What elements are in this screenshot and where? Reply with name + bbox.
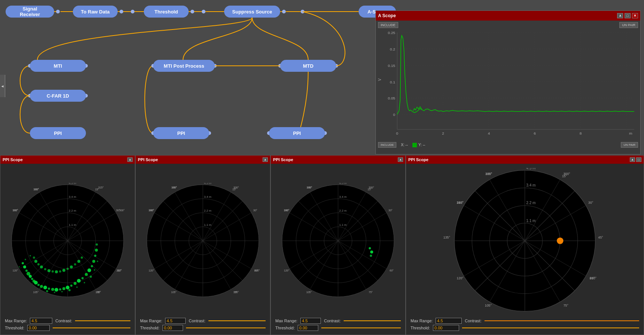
- svg-point-108: [74, 282, 77, 285]
- ppi-scope-panel-1: PPI Scope ∧: [0, 155, 135, 335]
- svg-text:4.5 m: 4.5 m: [339, 183, 347, 185]
- ppi-scope-4-radar: 1.1 m 2.2 m 3.4 m 4.5 m 0° 15° 30° 45° 6…: [408, 165, 642, 316]
- svg-point-101: [48, 288, 50, 290]
- a-scope-x-coord: X: --: [401, 143, 408, 147]
- svg-text:30°: 30°: [588, 201, 593, 205]
- ppi-scope-2-threshold-input[interactable]: [162, 325, 183, 331]
- node-ppi-1[interactable]: PPI: [30, 127, 86, 139]
- ppi-scope-3-threshold-input[interactable]: [298, 325, 318, 331]
- svg-point-132: [81, 256, 83, 259]
- ppi-scope-panel-2: PPI Scope ∧ 1.1 m 2.2 m 3: [135, 155, 270, 335]
- node-mtd[interactable]: MTD: [280, 60, 336, 72]
- svg-text:210°: 210°: [590, 276, 597, 280]
- svg-text:210°: 210°: [117, 269, 122, 272]
- svg-text:30°: 30°: [253, 209, 257, 212]
- svg-point-109: [77, 279, 81, 283]
- ppi-scope-3-threshold-label: Threshold:: [275, 326, 295, 330]
- svg-text:0: 0: [396, 131, 398, 135]
- svg-point-16: [301, 10, 304, 13]
- svg-text:60°: 60°: [390, 269, 394, 272]
- ppi-scope-4-range-input[interactable]: [436, 318, 462, 324]
- svg-point-11: [202, 10, 205, 13]
- ppi-scope-1-contrast-slider[interactable]: [75, 320, 130, 321]
- node-mti[interactable]: MTI: [30, 60, 86, 72]
- a-scope-footer-right-btn[interactable]: UN PAIR: [621, 142, 638, 148]
- svg-point-223: [370, 251, 373, 253]
- ppi-scope-2-minimize[interactable]: ∧: [263, 157, 268, 162]
- svg-point-125: [55, 270, 58, 273]
- svg-point-107: [70, 285, 72, 287]
- ppi-scope-4-threshold-input[interactable]: [433, 325, 459, 331]
- svg-text:8: 8: [580, 131, 582, 135]
- ppi-scope-4-restore[interactable]: □: [636, 157, 641, 162]
- ppi-scope-4-contrast-slider[interactable]: [484, 320, 639, 321]
- ppi-scope-1-threshold-input[interactable]: [27, 325, 50, 331]
- svg-text:105°: 105°: [306, 291, 312, 293]
- node-to-raw-data[interactable]: To Raw Data: [73, 6, 118, 18]
- svg-text:345°: 345°: [457, 201, 464, 205]
- node-threshold[interactable]: Threshold: [144, 6, 189, 18]
- svg-text:345°: 345°: [284, 209, 290, 212]
- a-scope-restore-btn[interactable]: □: [625, 13, 631, 18]
- ppi-scope-3-contrast-label: Contrast:: [324, 319, 341, 323]
- svg-point-14: [282, 10, 286, 13]
- a-scope-close-btn[interactable]: ✕: [632, 13, 638, 18]
- svg-point-97: [34, 281, 38, 285]
- svg-text:1.1 m: 1.1 m: [339, 223, 347, 227]
- node-ppi-2[interactable]: PPI: [153, 127, 209, 139]
- svg-point-126: [59, 270, 61, 273]
- ppi-scope-3-range-label: Max Range:: [275, 319, 297, 323]
- svg-point-95: [31, 278, 33, 280]
- a-scope-unpair-btn[interactable]: UN PAIR: [619, 22, 638, 28]
- svg-point-105: [62, 287, 65, 290]
- svg-point-116: [95, 249, 98, 252]
- svg-point-143: [68, 289, 71, 291]
- svg-text:0.2: 0.2: [390, 47, 396, 51]
- ppi-scope-1-range-input[interactable]: [30, 318, 52, 324]
- ppi-scope-4-minimize[interactable]: ∧: [630, 157, 635, 162]
- ppi-scope-4-threshold-slider[interactable]: [462, 328, 639, 328]
- svg-text:3.4 m: 3.4 m: [526, 183, 536, 187]
- ppi-scope-3-threshold-slider[interactable]: [321, 328, 401, 328]
- svg-point-121: [40, 265, 43, 268]
- ppi-scope-4-btns: ∧ □: [630, 157, 641, 162]
- node-mti-post-process[interactable]: MTI Post Process: [153, 60, 215, 72]
- ppi-scope-3-btns: ∧: [398, 157, 403, 162]
- svg-point-145: [84, 282, 85, 283]
- node-ppi-3[interactable]: PPI: [269, 127, 325, 139]
- ppi-radar-svg-2: 1.1 m 2.2 m 3.4 m 4.5 m 0° 15° 30° 45° 6…: [145, 183, 261, 299]
- ppi-scope-2-controls: Max Range: Contrast: Threshold:: [137, 316, 269, 333]
- svg-point-147: [94, 269, 95, 271]
- a-scope-minimize-btn[interactable]: ∧: [617, 13, 623, 18]
- ppi-scope-1-title: PPI Scope: [3, 157, 23, 162]
- ppi-scope-3-minimize[interactable]: ∧: [398, 157, 403, 162]
- ppi-scope-2-contrast-slider[interactable]: [208, 320, 266, 321]
- a-scope-include-btn[interactable]: INCLUDE: [378, 22, 398, 28]
- a-scope-toolbar: INCLUDE UN PAIR: [378, 22, 638, 28]
- ppi-scope-4-threshold-row: Threshold:: [411, 325, 639, 331]
- ppi-scope-2-range-input[interactable]: [165, 318, 186, 324]
- svg-text:2.2 m: 2.2 m: [339, 209, 347, 212]
- svg-point-224: [370, 255, 372, 257]
- svg-text:2.2 m: 2.2 m: [526, 201, 536, 205]
- svg-point-111: [85, 273, 88, 276]
- ppi-scope-3-range-input[interactable]: [300, 318, 321, 324]
- svg-point-141: [54, 292, 55, 293]
- svg-point-90: [22, 262, 24, 264]
- ppi-scope-3-contrast-slider[interactable]: [344, 320, 401, 321]
- node-signal-receiver[interactable]: Signal Receiver: [6, 6, 54, 18]
- a-scope-footer-left-btn[interactable]: INCLUDE: [378, 142, 396, 148]
- ppi-scope-1-minimize[interactable]: ∧: [127, 157, 133, 162]
- svg-text:2.2 m: 2.2 m: [69, 209, 76, 212]
- ppi-scope-2-threshold-slider[interactable]: [186, 328, 266, 328]
- svg-text:3.4 m: 3.4 m: [204, 195, 211, 199]
- ppi-scope-1-threshold-label: Threshold:: [5, 326, 24, 330]
- ppi-scope-2-titlebar: PPI Scope ∧: [136, 156, 270, 164]
- ppi-scope-1-threshold-slider[interactable]: [53, 328, 130, 328]
- ppi-scope-2-threshold-label: Threshold:: [140, 326, 160, 330]
- ppi-scope-2-title: PPI Scope: [138, 157, 158, 162]
- node-c-far-1d[interactable]: C-FAR 1D: [30, 90, 86, 102]
- left-panel-toggle[interactable]: ◄: [0, 75, 5, 97]
- svg-text:2: 2: [442, 131, 444, 135]
- node-suppress-source[interactable]: Suppress Source: [224, 6, 280, 18]
